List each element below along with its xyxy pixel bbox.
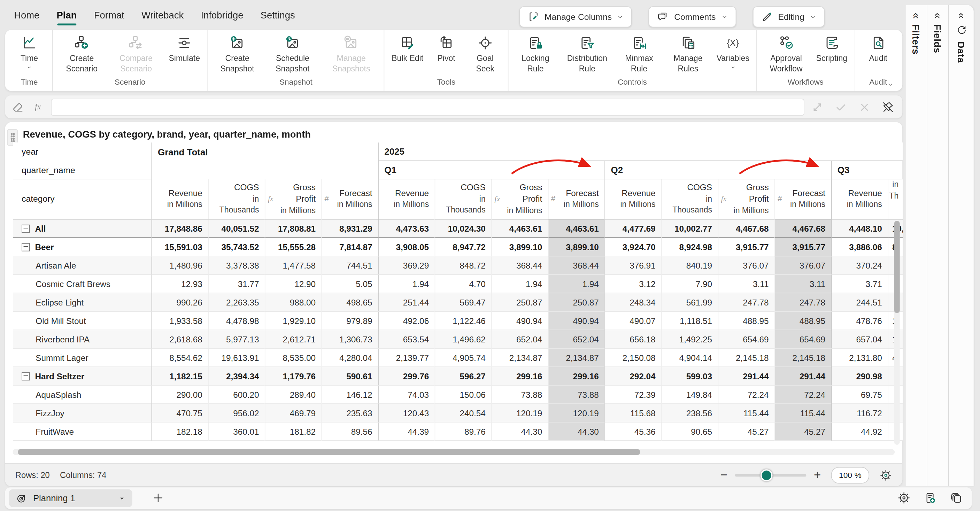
- grid-cell[interactable]: 370.24: [831, 256, 888, 275]
- grid-cell[interactable]: 490.94: [548, 312, 605, 330]
- grid-cell[interactable]: 299.16: [491, 367, 548, 385]
- ribbon-goal-seek-button[interactable]: Goal Seek: [467, 35, 504, 75]
- manage-columns-button[interactable]: Manage Columns: [519, 6, 632, 27]
- row-label-beer[interactable]: Beer: [13, 238, 151, 256]
- grid-cell[interactable]: 8,947.72: [435, 238, 492, 256]
- row-label-fizzjoy[interactable]: FizzJoy: [13, 404, 151, 422]
- grid-cell[interactable]: 1,179.76: [265, 367, 321, 385]
- grid-cell[interactable]: 120.43: [378, 404, 435, 422]
- grid-cell[interactable]: 115.44: [718, 404, 775, 422]
- grid-cell[interactable]: 2,134.87: [491, 349, 548, 367]
- grid-cell[interactable]: 1,933.58: [151, 312, 208, 330]
- grid-cell[interactable]: 1.94: [548, 275, 605, 293]
- grid-cell[interactable]: 4,467.68: [718, 220, 775, 238]
- grid-cell[interactable]: 235.63: [321, 404, 378, 422]
- grid-cell[interactable]: 44.30: [491, 422, 548, 441]
- grid-cell[interactable]: 653.54: [378, 330, 435, 349]
- ribbon-minmax-rule-button[interactable]: Minmax Rule: [617, 35, 662, 75]
- side-panel-filters[interactable]: «Filters: [905, 5, 926, 486]
- grid-cell[interactable]: 3,908.05: [378, 238, 435, 256]
- grid-cell[interactable]: 369.29: [378, 256, 435, 275]
- grid-cell[interactable]: 4,473.63: [378, 220, 435, 238]
- grid-cell[interactable]: 360.01: [208, 422, 265, 441]
- grid-cell[interactable]: 299.76: [378, 367, 435, 385]
- grid-cell[interactable]: 115.68: [605, 404, 661, 422]
- grid-cell[interactable]: 4,448.10: [831, 220, 888, 238]
- ribbon-approval-workflow-button[interactable]: Approval Workflow: [761, 35, 811, 75]
- grid-cell[interactable]: 2,394.34: [208, 367, 265, 385]
- add-page-button[interactable]: [151, 491, 165, 505]
- grid-cell[interactable]: 652.04: [491, 330, 548, 349]
- grid-cell[interactable]: 8,535.00: [265, 349, 321, 367]
- grid-cell[interactable]: 44.92: [831, 422, 888, 441]
- collapse-box-icon[interactable]: [22, 224, 30, 233]
- row-label-artisan-ale[interactable]: Artisan Ale: [13, 256, 151, 275]
- grid-cell[interactable]: 2,150.08: [605, 349, 661, 367]
- menu-item-writeback[interactable]: Writeback: [142, 10, 184, 20]
- side-panel-data[interactable]: «Data: [948, 5, 974, 486]
- grid-cell[interactable]: 40,051.52: [208, 220, 265, 238]
- row-label-summit-lager[interactable]: Summit Lager: [13, 349, 151, 367]
- grid-cell[interactable]: 4,463.61: [548, 220, 605, 238]
- grid-cell[interactable]: 498.65: [321, 293, 378, 312]
- grid-cell[interactable]: 240.54: [435, 404, 492, 422]
- confirm-icon[interactable]: [834, 100, 848, 113]
- grid-cell[interactable]: 17,848.86: [151, 220, 208, 238]
- menu-item-settings[interactable]: Settings: [261, 10, 295, 20]
- grid-cell[interactable]: 840.19: [661, 256, 718, 275]
- grid-cell[interactable]: 45.36: [605, 422, 661, 441]
- grid-cell[interactable]: 988.00: [265, 293, 321, 312]
- grid-cell[interactable]: 31.77: [208, 275, 265, 293]
- grid-cell[interactable]: 250.87: [491, 293, 548, 312]
- grid-cell[interactable]: 368.44: [491, 256, 548, 275]
- grid-cell[interactable]: 4,478.98: [208, 312, 265, 330]
- grid-cell[interactable]: 4,463.61: [491, 220, 548, 238]
- grid-cell[interactable]: 4,467.68: [775, 220, 831, 238]
- tab-planning-1[interactable]: Planning 1: [9, 489, 132, 507]
- grid-cell[interactable]: 15,591.03: [151, 238, 208, 256]
- grid-cell[interactable]: 3.11: [718, 275, 775, 293]
- grid-cell[interactable]: 116.72: [831, 404, 888, 422]
- grid-cell[interactable]: 654.69: [718, 330, 775, 349]
- settings-gear-icon[interactable]: [897, 491, 911, 505]
- grid-cell[interactable]: 990.26: [151, 293, 208, 312]
- row-label-cosmic-craft-brews[interactable]: Cosmic Craft Brews: [13, 275, 151, 293]
- grid-cell[interactable]: 599.03: [661, 367, 718, 385]
- grid-cell[interactable]: 247.78: [718, 293, 775, 312]
- grid-cell[interactable]: 72.39: [605, 385, 661, 404]
- grid-cell[interactable]: 149.84: [661, 385, 718, 404]
- grid-cell[interactable]: 291.44: [775, 367, 831, 385]
- grid-cell[interactable]: 120.19: [491, 404, 548, 422]
- zoom-slider-thumb[interactable]: [760, 469, 773, 481]
- ribbon-collapse-chevron-icon[interactable]: [886, 81, 895, 89]
- duplicate-pages-icon[interactable]: [949, 491, 963, 505]
- grid-cell[interactable]: 5.05: [321, 275, 378, 293]
- grid-cell[interactable]: 73.88: [491, 385, 548, 404]
- comments-button[interactable]: Comments: [649, 6, 736, 27]
- vertical-scrollbar-thumb[interactable]: [894, 221, 899, 313]
- ribbon-bulk-edit-button[interactable]: Bulk Edit: [389, 35, 426, 65]
- ribbon-schedule-snapshot-button[interactable]: Schedule Snapshot: [264, 35, 321, 75]
- grid-cell[interactable]: 182.18: [151, 422, 208, 441]
- grid-cell[interactable]: 7,814.87: [321, 238, 378, 256]
- grid-cell[interactable]: 1,306.73: [321, 330, 378, 349]
- zoom-level[interactable]: 100 %: [831, 467, 870, 483]
- grid-cell[interactable]: 4,905.74: [435, 349, 492, 367]
- cancel-icon[interactable]: [858, 100, 871, 113]
- grid-cell[interactable]: 2,134.87: [548, 349, 605, 367]
- row-label-aquasplash[interactable]: AquaSplash: [13, 385, 151, 404]
- zoom-slider[interactable]: [735, 474, 807, 476]
- expand-icon[interactable]: [811, 100, 824, 113]
- ribbon-locking-rule-button[interactable]: Locking Rule: [513, 35, 558, 75]
- grid-cell[interactable]: 89.76: [435, 422, 492, 441]
- grid-cell[interactable]: 4.70: [435, 275, 492, 293]
- grid-cell[interactable]: 74.03: [378, 385, 435, 404]
- collapse-box-icon[interactable]: [22, 243, 30, 251]
- grid-cell[interactable]: 4,477.69: [605, 220, 661, 238]
- grid-cell[interactable]: 290.98: [831, 367, 888, 385]
- grid-cell[interactable]: 10,002.77: [661, 220, 718, 238]
- grid-cell[interactable]: 146.12: [321, 385, 378, 404]
- grid-cell[interactable]: 368.44: [548, 256, 605, 275]
- grid-cell[interactable]: 376.07: [775, 256, 831, 275]
- row-label-all[interactable]: All: [13, 220, 151, 238]
